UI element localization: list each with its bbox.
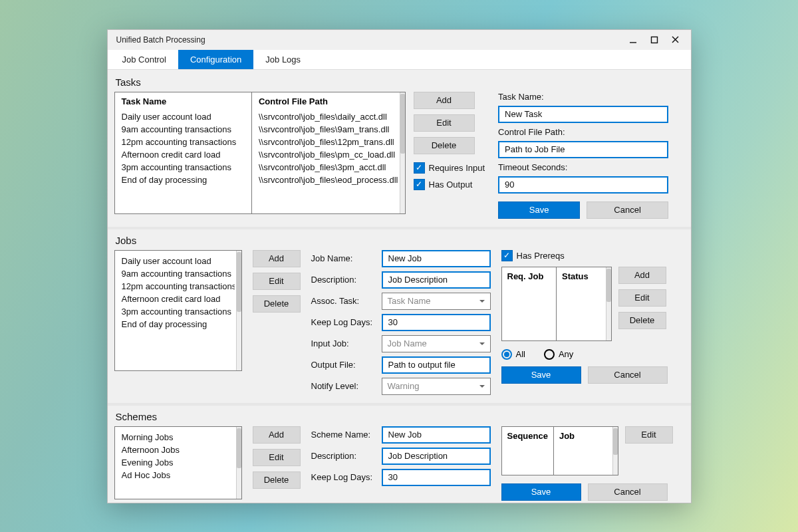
job-name-label: Job Name: [311, 253, 378, 263]
job-desc-input[interactable] [382, 271, 491, 289]
job-delete-button[interactable]: Delete [253, 295, 301, 313]
task-save-button[interactable]: Save [498, 201, 580, 219]
task-scrollbar[interactable] [400, 92, 405, 213]
seq-edit-button[interactable]: Edit [625, 426, 673, 444]
scheme-delete-button[interactable]: Delete [253, 471, 301, 489]
requires-input-label: Requires Input [429, 163, 485, 173]
task-table[interactable]: Task Name Daily user account load 9am ac… [114, 92, 406, 214]
assoc-task-label: Assoc. Task: [311, 296, 378, 306]
has-output-label: Has Output [429, 180, 473, 190]
has-output-checkbox[interactable]: ✓ Has Output [414, 179, 485, 190]
requires-input-checkbox[interactable]: ✓ Requires Input [414, 162, 485, 174]
seq-scrollbar[interactable] [612, 427, 618, 475]
scheme-add-button[interactable]: Add [253, 426, 301, 444]
task-edit-button[interactable]: Edit [414, 114, 475, 132]
list-item[interactable]: Evening Jobs [122, 456, 235, 469]
titlebar: Unified Batch Processing [108, 30, 691, 50]
schemes-title: Schemes [116, 411, 684, 422]
timeout-input[interactable] [498, 176, 668, 194]
window-title: Unified Batch Processing [114, 35, 628, 45]
task-row[interactable]: End of day processing [122, 174, 245, 186]
task-row[interactable]: Afternoon credit card load [122, 148, 245, 161]
input-job-select[interactable]: Job Name [382, 335, 491, 352]
prereq-add-button[interactable]: Add [618, 267, 666, 284]
tab-job-control[interactable]: Job Control [110, 50, 178, 69]
task-col-path-header: Control File Path [259, 96, 398, 106]
close-button[interactable] [671, 35, 680, 45]
task-row[interactable]: \\srvcontrol\job_files\eod_process.dll [259, 174, 398, 186]
control-path-input[interactable] [498, 141, 668, 158]
task-row[interactable]: Daily user account load [122, 110, 245, 123]
list-item[interactable]: Ad Hoc Jobs [122, 469, 235, 481]
list-item[interactable]: Afternoon Jobs [122, 444, 235, 456]
check-icon: ✓ [501, 250, 513, 261]
has-prereqs-checkbox[interactable]: ✓ Has Prereqs [501, 250, 668, 261]
scheme-cancel-button[interactable]: Cancel [588, 483, 668, 501]
window-controls [628, 35, 684, 45]
jobs-title: Jobs [116, 235, 684, 246]
app-window: Unified Batch Processing Job Control Con… [107, 29, 692, 503]
list-item[interactable]: Afternoon credit card load [122, 293, 235, 305]
task-row[interactable]: \\srvcontrol\job_files\3pm_acct.dll [259, 161, 398, 174]
output-file-input[interactable] [382, 356, 491, 374]
timeout-label: Timeout Seconds: [498, 162, 668, 172]
keep-days-input[interactable] [382, 314, 491, 331]
seq-table[interactable]: Sequence Job [501, 426, 618, 475]
task-name-input[interactable] [498, 106, 668, 123]
scheme-save-button[interactable]: Save [501, 483, 581, 501]
prereq-edit-button[interactable]: Edit [618, 289, 666, 307]
prereq-table[interactable]: Req. Job Status [501, 267, 612, 341]
keep-days-label: Keep Log Days: [311, 317, 378, 327]
maximize-button[interactable] [650, 35, 659, 45]
job-name-input[interactable] [382, 250, 491, 267]
prereq-scrollbar[interactable] [606, 267, 611, 340]
task-row[interactable]: 9am accounting transactions [122, 123, 245, 136]
list-item[interactable]: End of day processing [122, 318, 235, 331]
tab-job-logs[interactable]: Job Logs [253, 50, 313, 69]
task-add-button[interactable]: Add [414, 92, 475, 109]
task-row[interactable]: \\srvcontrol\job_files\9am_trans.dll [259, 123, 398, 136]
scheme-edit-button[interactable]: Edit [253, 449, 301, 466]
job-edit-button[interactable]: Edit [253, 273, 301, 290]
task-row[interactable]: \\srvcontrol\job_files\daily_acct.dll [259, 110, 398, 123]
control-path-label: Control File Path: [498, 127, 668, 137]
tasks-title: Tasks [116, 76, 684, 88]
minimize-button[interactable] [628, 35, 638, 45]
task-name-label: Task Name: [498, 92, 668, 102]
list-item[interactable]: Daily user account load [122, 255, 235, 267]
notify-level-select[interactable]: Warning [382, 378, 491, 395]
list-item[interactable]: 12pm accounting transactions [122, 280, 235, 293]
list-item[interactable]: 9am accounting transactions [122, 267, 235, 280]
job-save-button[interactable]: Save [501, 366, 581, 384]
scheme-days-input[interactable] [382, 469, 491, 486]
seq-col-job: Job [553, 427, 618, 475]
prereq-mode-radios: All Any [501, 349, 668, 360]
job-list[interactable]: Daily user account load 9am accounting t… [114, 250, 242, 371]
task-row[interactable]: \\srvcontrol\job_files\12pm_trans.dll [259, 136, 398, 148]
list-item[interactable]: Morning Jobs [122, 431, 235, 444]
svg-rect-1 [651, 37, 657, 43]
list-item[interactable]: 3pm accounting transactions [122, 305, 235, 318]
scheme-desc-input[interactable] [382, 448, 491, 465]
prereq-delete-button[interactable]: Delete [618, 312, 666, 329]
task-row[interactable]: 12pm accounting transactions [122, 136, 245, 148]
scheme-buttons: Add Edit Delete [253, 426, 301, 489]
tab-configuration[interactable]: Configuration [178, 50, 253, 69]
prereq-area: ✓ Has Prereqs Req. Job Status Add Edit D… [501, 250, 668, 384]
scheme-scrollbar[interactable] [236, 427, 241, 499]
task-row[interactable]: 3pm accounting transactions [122, 161, 245, 174]
prereq-col-status: Status [556, 267, 611, 340]
prereq-buttons: Add Edit Delete [618, 267, 666, 341]
radio-all[interactable]: All [501, 349, 525, 360]
job-add-button[interactable]: Add [253, 250, 301, 267]
task-cancel-button[interactable]: Cancel [587, 201, 668, 219]
assoc-task-select[interactable]: Task Name [382, 293, 491, 310]
scheme-name-input[interactable] [382, 426, 491, 444]
task-row[interactable]: \\srvcontrol\job_files\pm_cc_load.dll [259, 148, 398, 161]
radio-any[interactable]: Any [544, 349, 573, 360]
job-cancel-button[interactable]: Cancel [588, 366, 668, 384]
task-delete-button[interactable]: Delete [414, 137, 475, 154]
scheme-form: Scheme Name: Description: Keep Log Days: [311, 426, 491, 486]
scheme-list[interactable]: Morning Jobs Afternoon Jobs Evening Jobs… [114, 426, 242, 499]
job-scrollbar[interactable] [236, 251, 241, 370]
